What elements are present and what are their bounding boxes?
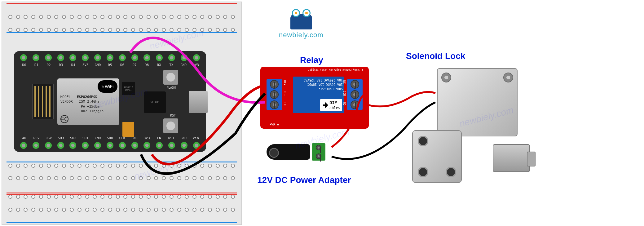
breadboard-hole xyxy=(177,176,181,180)
shield-chip: ESP8266MOD xyxy=(77,95,97,99)
esp-pin xyxy=(69,142,76,149)
esp-pin xyxy=(20,54,27,61)
pin-label: D5 xyxy=(107,63,113,67)
solenoid-title: Solenoid Lock xyxy=(406,51,465,61)
breadboard-hole xyxy=(39,208,43,212)
pin-label: SD3 xyxy=(58,136,64,140)
pin-label: D8 xyxy=(143,63,150,67)
pin-label: GND xyxy=(180,63,187,67)
esp-pin xyxy=(107,142,113,149)
esp-pin xyxy=(33,54,39,61)
rail-line-blue-top xyxy=(7,32,237,33)
pin-label: RST xyxy=(168,136,175,140)
breadboard-hole xyxy=(231,28,235,32)
voltage-regulator: AMS1117 DN711 xyxy=(122,82,135,95)
shield-spec2: PA +25dBm xyxy=(81,104,99,109)
breadboard-hole xyxy=(208,28,212,32)
term-com: COM xyxy=(343,91,346,96)
rail-line-red-top xyxy=(7,3,237,4)
breadboard-hole xyxy=(93,176,97,180)
breadboard-hole xyxy=(170,208,174,212)
breadboard-hole xyxy=(185,176,189,180)
esp-pin xyxy=(193,54,200,61)
breadboard-hole xyxy=(131,208,135,212)
breadboard-hole xyxy=(31,176,35,180)
breadboard-hole xyxy=(24,28,28,32)
breadboard-hole xyxy=(231,208,235,212)
fcc-icon: FC xyxy=(60,115,68,123)
esp-pin xyxy=(168,142,175,149)
breadboard-hole xyxy=(223,28,227,32)
relay-output-terminals xyxy=(347,79,363,110)
wifi-logo: )) WiFi xyxy=(98,80,117,93)
relay-input-terminals xyxy=(267,79,282,110)
breadboard-hole xyxy=(16,28,20,32)
relay-cube-l1: SRD-05VDC-SL-C xyxy=(294,86,343,91)
breadboard-hole xyxy=(70,28,74,32)
diy-badge: DIYables xyxy=(320,99,342,111)
breadboard-hole xyxy=(77,208,82,212)
breadboard-hole xyxy=(54,28,58,32)
relay-coil-block: SRD-05VDC-SL-C 10A 30VDC 10A 28VDC 10A 2… xyxy=(293,77,344,113)
esp-pin xyxy=(181,142,187,149)
breadboard-hole xyxy=(139,28,143,32)
breadboard-hole xyxy=(147,176,151,180)
solenoid-mount-plate xyxy=(412,130,462,183)
breadboard-hole xyxy=(54,176,58,180)
term-no: NO xyxy=(343,102,346,105)
diy-text: DIY xyxy=(329,100,337,105)
term-in: IN xyxy=(283,102,286,105)
esp-pin xyxy=(45,142,52,149)
esp-pin xyxy=(156,142,163,149)
esp-pin xyxy=(33,142,39,149)
solenoid-bolt xyxy=(493,144,530,172)
breadboard-hole xyxy=(185,208,189,212)
breadboard-hole xyxy=(116,208,120,212)
shield-vendor-l2: VENDOR xyxy=(60,100,73,104)
breadboard-hole xyxy=(208,176,212,180)
diy-sub: ables xyxy=(329,106,340,110)
screw-icon xyxy=(351,100,359,109)
screw-icon xyxy=(316,145,321,150)
breadboard-hole xyxy=(200,208,204,212)
relay-cube-l2: 10A 30VDC 10A 28VDC xyxy=(294,82,343,86)
relay-pwr-label: PWR ▪ xyxy=(270,123,279,126)
owl-icon xyxy=(289,8,314,29)
esp-pin xyxy=(94,54,101,61)
pin-label: GND xyxy=(94,63,101,67)
breadboard-hole xyxy=(116,28,120,32)
pin-label: D6 xyxy=(119,63,126,67)
breadboard-hole xyxy=(62,28,66,32)
mount-hole xyxy=(418,167,428,177)
pin-label: SD0 xyxy=(107,136,113,140)
pin-label: 3V3 xyxy=(143,136,150,140)
breadboard-hole xyxy=(62,176,66,180)
breadboard-hole xyxy=(108,208,112,212)
breadboard-hole xyxy=(54,208,58,212)
term-dc-minus: DC- xyxy=(283,91,286,96)
pin-label: D4 xyxy=(70,63,77,67)
screw-icon xyxy=(316,153,321,159)
rail-top-2 xyxy=(7,17,237,42)
breadboard-hole xyxy=(16,208,20,212)
breadboard-hole xyxy=(93,28,97,32)
pin-label: RSV xyxy=(33,136,40,140)
esp-pin xyxy=(168,54,175,61)
esp-shield: )) WiFi MODEL ESP8266MOD VENDOR ISM 2.4G… xyxy=(57,78,119,125)
pin-label: TX xyxy=(168,63,175,67)
pin-label: A0 xyxy=(21,136,28,140)
solenoid-lock xyxy=(412,68,530,183)
breadboard-hole xyxy=(208,208,212,212)
screw-icon xyxy=(441,73,451,82)
breadboard-hole xyxy=(123,208,127,212)
breadboard-hole xyxy=(223,208,227,212)
screw-icon xyxy=(503,73,513,82)
power-title: 12V DC Power Adapter xyxy=(257,175,351,185)
breadboard-hole xyxy=(8,208,12,212)
pin-label: SD2 xyxy=(70,136,77,140)
esp-pin xyxy=(143,54,150,61)
esp-pin xyxy=(20,142,27,149)
esp-pin xyxy=(94,142,101,149)
breadboard-hole xyxy=(93,208,97,212)
breadboard-hole xyxy=(39,28,43,32)
